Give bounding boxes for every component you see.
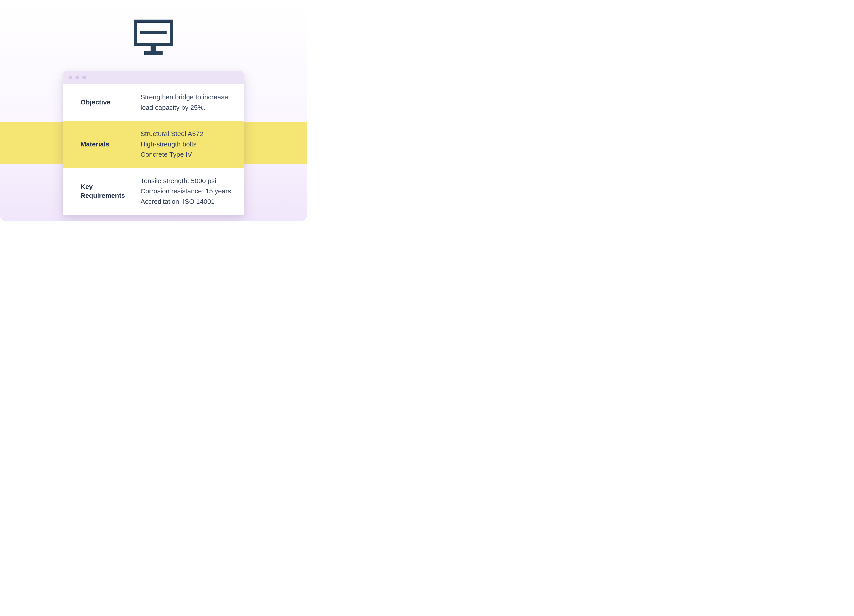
- traffic-light-dot: [75, 76, 79, 79]
- traffic-light-dot: [82, 76, 86, 79]
- row-label: Objective: [81, 98, 132, 107]
- svg-rect-1: [151, 46, 156, 51]
- row-value: Strengthen bridge to increase load capac…: [140, 92, 233, 113]
- monitor-icon: [134, 20, 173, 55]
- row-materials: Materials Structural Steel A572 High-str…: [63, 121, 244, 168]
- canvas: Objective Strengthen bridge to increase …: [0, 0, 307, 221]
- window-titlebar: [63, 71, 244, 84]
- row-label: Key Requirements: [81, 182, 132, 200]
- spec-window: Objective Strengthen bridge to increase …: [63, 71, 244, 214]
- row-value: Structural Steel A572 High-strength bolt…: [140, 129, 233, 160]
- svg-rect-2: [144, 51, 163, 55]
- traffic-light-dot: [69, 76, 72, 79]
- row-objective: Objective Strengthen bridge to increase …: [63, 84, 244, 121]
- row-value: Tensile strength: 5000 psi Corrosion res…: [140, 176, 233, 207]
- row-label: Materials: [81, 140, 132, 149]
- row-key-requirements: Key Requirements Tensile strength: 5000 …: [63, 168, 244, 215]
- svg-rect-0: [140, 30, 166, 34]
